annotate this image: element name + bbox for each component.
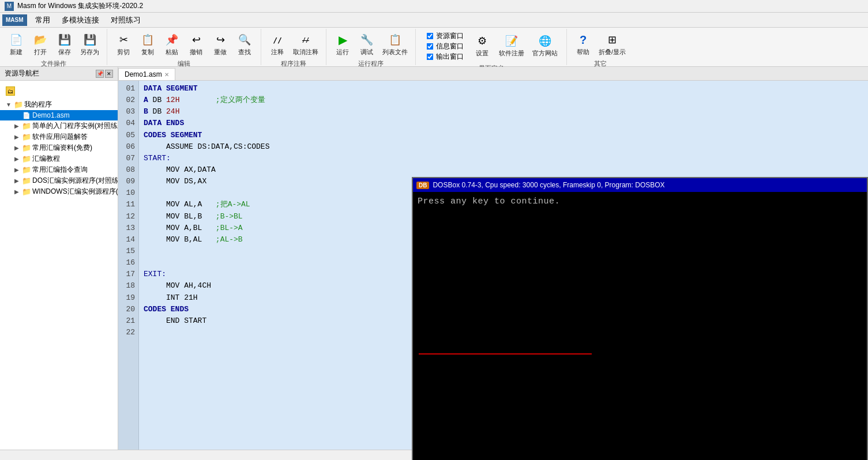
listfile-label: 列表文件 xyxy=(382,48,408,56)
sidebar-item-common-data[interactable]: ▶ 📁 常用汇编资料(免费) xyxy=(0,142,118,153)
expand-my-programs: ▼ xyxy=(5,101,13,109)
undo-icon: ↩ xyxy=(188,32,204,48)
cut-icon: ✂ xyxy=(115,32,131,48)
common-instr-toggle: ▶ xyxy=(13,166,21,174)
toolbar: 📄 新建 📂 打开 💾 保存 💾 另存为 文件操作 ✂ 剪切 xyxy=(0,28,868,67)
help-button[interactable]: ? 帮助 xyxy=(572,30,595,58)
website-label: 官方网站 xyxy=(532,49,558,58)
redo-button[interactable]: ↪ 重做 xyxy=(209,30,232,58)
listfile-button[interactable]: 📋 列表文件 xyxy=(379,30,411,58)
saveas-icon: 💾 xyxy=(82,32,98,48)
toolbar-group-other: ? 帮助 ⊞ 折叠/显示 其它 xyxy=(567,29,633,65)
dos-examples-folder-icon: 📁 xyxy=(22,176,31,186)
copy-label: 复制 xyxy=(141,48,154,56)
dosbox-message: Press any key to continue. xyxy=(418,197,862,206)
win-examples-label: WINDOWS汇编实例源程序(X xyxy=(32,187,118,197)
tab-demo1[interactable]: Demo1.asm ✕ xyxy=(118,68,175,80)
beginners-folder-icon: 📁 xyxy=(22,122,31,131)
run-button[interactable]: ▶ 运行 xyxy=(331,30,354,58)
output-window-label: 输出窗口 xyxy=(436,52,464,62)
sidebar-item-beginners[interactable]: ▶ 📁 简单的入门程序实例(对照练习) xyxy=(0,120,118,131)
settings-icon: ⚙ xyxy=(474,33,490,49)
saveas-button[interactable]: 💾 另存为 xyxy=(77,30,102,58)
cut-button[interactable]: ✂ 剪切 xyxy=(112,30,135,58)
info-window-checkbox[interactable] xyxy=(427,43,434,50)
menu-practice[interactable]: 对照练习 xyxy=(105,13,146,28)
saveas-label: 另存为 xyxy=(80,48,99,56)
settings-label: 设置 xyxy=(476,49,489,58)
resource-window-checkbox[interactable] xyxy=(427,33,434,40)
new-button[interactable]: 📄 新建 xyxy=(5,30,28,58)
asm-tutorial-toggle: ▶ xyxy=(13,155,21,163)
interface-buttons: 资源窗口 信息窗口 输出窗口 ⚙ 设置 📝 软件注册 🌐 xyxy=(418,29,564,64)
website-button[interactable]: 🌐 官方网站 xyxy=(529,31,561,59)
find-icon: 🔍 xyxy=(236,32,253,48)
copy-button[interactable]: 📋 复制 xyxy=(136,30,159,58)
redo-icon: ↪ xyxy=(212,32,228,48)
sidebar-pin-button[interactable]: 📌 xyxy=(96,70,104,78)
website-icon: 🌐 xyxy=(537,33,553,49)
sidebar-item-asm-tutorial[interactable]: ▶ 📁 汇编教程 xyxy=(0,153,118,164)
register-label: 软件注册 xyxy=(499,49,524,58)
sidebar-item-software[interactable]: ▶ 📁 软件应用问题解答 xyxy=(0,131,118,142)
beginners-label: 简单的入门程序实例(对照练习) xyxy=(32,121,118,131)
debug-label: 调试 xyxy=(360,48,373,56)
open-label: 打开 xyxy=(34,48,47,56)
menu-multi[interactable]: 多模块连接 xyxy=(56,13,105,28)
other-buttons: ? 帮助 ⊞ 折叠/显示 xyxy=(569,29,631,59)
uncomment-button[interactable]: // 取消注释 xyxy=(290,30,321,58)
dosbox-window[interactable]: DB DOSBox 0.74-3, Cpu speed: 3000 cycles… xyxy=(412,177,868,460)
menu-common[interactable]: 常用 xyxy=(29,13,56,28)
dosbox-body: Press any key to continue. xyxy=(413,192,867,460)
redo-label: 重做 xyxy=(214,48,227,56)
my-programs-folder-icon: 📁 xyxy=(14,100,23,110)
main-area: 资源导航栏 📌 ✕ 🗂 ▼ 📁 我的程序 📄 Demo1.asm xyxy=(0,67,868,450)
toolbar-group-interface: 资源窗口 信息窗口 输出窗口 ⚙ 设置 📝 软件注册 🌐 xyxy=(416,29,567,65)
run-label: 运行 xyxy=(336,48,349,56)
sidebar-item-demo1[interactable]: 📄 Demo1.asm xyxy=(0,110,118,120)
save-label: 保存 xyxy=(58,48,71,56)
toolbar-group-run: ▶ 运行 🔧 调试 📋 列表文件 运行程序 xyxy=(326,29,416,65)
dosbox-title-bar: DB DOSBox 0.74-3, Cpu speed: 3000 cycles… xyxy=(413,178,867,192)
win-examples-toggle: ▶ xyxy=(13,188,21,196)
debug-button[interactable]: 🔧 调试 xyxy=(355,30,378,58)
paste-button[interactable]: 📌 粘贴 xyxy=(160,30,183,58)
common-data-toggle: ▶ xyxy=(13,144,21,152)
win-examples-folder-icon: 📁 xyxy=(22,187,31,197)
open-icon: 📂 xyxy=(32,32,48,48)
demo1-toggle xyxy=(13,111,21,119)
undo-button[interactable]: ↩ 撤销 xyxy=(185,30,208,58)
asm-tutorial-folder-icon: 📁 xyxy=(22,154,31,164)
listfile-icon: 📋 xyxy=(387,32,403,48)
sidebar: 资源导航栏 📌 ✕ 🗂 ▼ 📁 我的程序 📄 Demo1.asm xyxy=(0,67,118,450)
dosbox-red-line xyxy=(419,353,592,355)
file-buttons: 📄 新建 📂 打开 💾 保存 💾 另存为 xyxy=(2,29,104,59)
comment-label: 注释 xyxy=(271,48,284,56)
settings-button[interactable]: ⚙ 设置 xyxy=(471,31,494,59)
sidebar-item-common-instr[interactable]: ▶ 📁 常用汇编指令查询 xyxy=(0,164,118,175)
sidebar-header: 资源导航栏 📌 ✕ xyxy=(0,67,118,81)
paste-label: 粘贴 xyxy=(166,48,178,56)
debug-icon: 🔧 xyxy=(359,32,375,48)
window-checkboxes: 资源窗口 信息窗口 输出窗口 xyxy=(422,31,468,62)
dos-examples-toggle: ▶ xyxy=(13,177,21,185)
tab-demo1-close[interactable]: ✕ xyxy=(164,71,169,78)
find-button[interactable]: 🔍 查找 xyxy=(233,30,256,58)
output-window-checkbox[interactable] xyxy=(427,54,434,61)
comment-button[interactable]: // 注释 xyxy=(266,30,289,58)
new-label: 新建 xyxy=(10,48,22,56)
fold-button[interactable]: ⊞ 折叠/显示 xyxy=(596,30,629,58)
open-button[interactable]: 📂 打开 xyxy=(29,30,52,58)
toolbar-group-comment: // 注释 // 取消注释 程序注释 xyxy=(261,29,326,65)
sidebar-item-win-examples[interactable]: ▶ 📁 WINDOWS汇编实例源程序(X xyxy=(0,186,118,197)
register-button[interactable]: 📝 软件注册 xyxy=(496,31,527,59)
register-icon: 📝 xyxy=(503,33,520,49)
root-folder-icon: 🗂 xyxy=(6,86,15,96)
copy-icon: 📋 xyxy=(140,32,156,48)
save-button[interactable]: 💾 保存 xyxy=(53,30,76,58)
fold-icon: ⊞ xyxy=(604,32,621,48)
sidebar-item-my-programs[interactable]: ▼ 📁 我的程序 xyxy=(0,99,118,110)
info-window-row: 信息窗口 xyxy=(426,42,464,51)
sidebar-close-button[interactable]: ✕ xyxy=(105,70,113,78)
sidebar-item-dos-examples[interactable]: ▶ 📁 DOS汇编实例源程序(对照练习 xyxy=(0,175,118,186)
